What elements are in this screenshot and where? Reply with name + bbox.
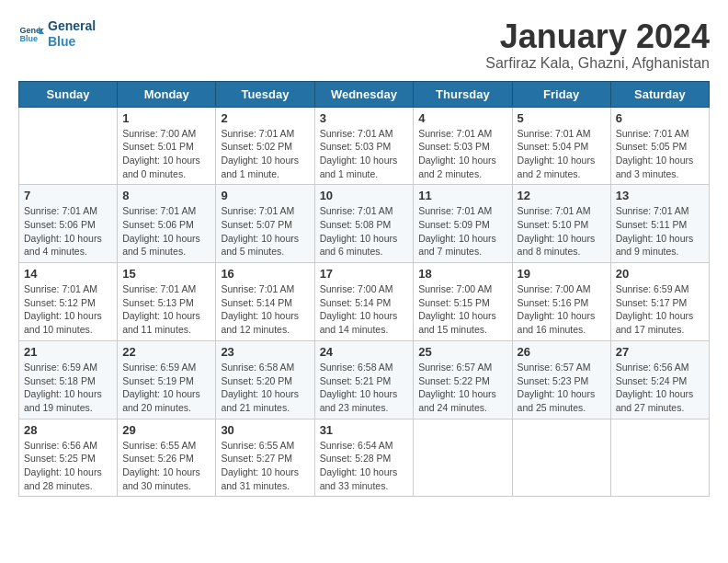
calendar-day-cell: 26Sunrise: 6:57 AM Sunset: 5:23 PM Dayli… [512,340,610,419]
day-info: Sunrise: 7:01 AM Sunset: 5:07 PM Dayligh… [221,204,309,259]
calendar-week-row: 14Sunrise: 7:01 AM Sunset: 5:12 PM Dayli… [19,263,710,341]
calendar-day-cell [610,419,709,497]
day-info: Sunrise: 7:01 AM Sunset: 5:13 PM Dayligh… [122,282,210,337]
day-number: 30 [221,423,309,437]
calendar-day-cell: 12Sunrise: 7:01 AM Sunset: 5:10 PM Dayli… [512,185,610,263]
calendar-day-cell: 16Sunrise: 7:01 AM Sunset: 5:14 PM Dayli… [216,263,314,341]
calendar-day-cell: 17Sunrise: 7:00 AM Sunset: 5:14 PM Dayli… [314,263,414,341]
day-number: 6 [616,111,704,125]
day-info: Sunrise: 7:01 AM Sunset: 5:03 PM Dayligh… [320,127,409,181]
page-header: General Blue General Blue January 2024 S… [18,18,710,72]
calendar-day-cell: 21Sunrise: 6:59 AM Sunset: 5:18 PM Dayli… [19,340,118,419]
logo-icon: General Blue [18,21,44,47]
day-info: Sunrise: 7:01 AM Sunset: 5:05 PM Dayligh… [616,127,704,181]
day-info: Sunrise: 6:55 AM Sunset: 5:27 PM Dayligh… [221,439,309,493]
day-number: 4 [418,111,506,125]
day-number: 28 [24,423,112,437]
calendar-day-cell: 13Sunrise: 7:01 AM Sunset: 5:11 PM Dayli… [610,185,709,263]
calendar-day-cell [512,419,610,497]
day-info: Sunrise: 7:01 AM Sunset: 5:06 PM Dayligh… [122,204,210,259]
day-number: 26 [518,345,606,359]
calendar-day-cell: 19Sunrise: 7:00 AM Sunset: 5:16 PM Dayli… [512,263,610,341]
day-info: Sunrise: 7:01 AM Sunset: 5:02 PM Dayligh… [221,127,309,181]
calendar-day-cell: 14Sunrise: 7:01 AM Sunset: 5:12 PM Dayli… [19,263,118,341]
day-info: Sunrise: 6:56 AM Sunset: 5:24 PM Dayligh… [616,361,704,415]
calendar-week-row: 7Sunrise: 7:01 AM Sunset: 5:06 PM Daylig… [19,185,710,263]
day-info: Sunrise: 6:57 AM Sunset: 5:22 PM Dayligh… [418,361,506,415]
calendar-subtitle: Sarfiraz Kala, Ghazni, Afghanistan [485,55,710,72]
day-number: 20 [616,267,704,281]
calendar-day-cell: 24Sunrise: 6:58 AM Sunset: 5:21 PM Dayli… [314,340,414,419]
day-info: Sunrise: 7:01 AM Sunset: 5:03 PM Dayligh… [418,127,506,181]
day-number: 24 [320,345,409,359]
day-info: Sunrise: 7:00 AM Sunset: 5:16 PM Dayligh… [518,282,606,337]
calendar-day-cell: 5Sunrise: 7:01 AM Sunset: 5:04 PM Daylig… [512,107,610,185]
calendar-body: 1Sunrise: 7:00 AM Sunset: 5:01 PM Daylig… [19,107,710,497]
day-info: Sunrise: 7:01 AM Sunset: 5:11 PM Dayligh… [616,204,704,259]
day-number: 7 [24,189,112,202]
day-number: 23 [221,345,309,359]
day-info: Sunrise: 6:59 AM Sunset: 5:18 PM Dayligh… [24,361,112,415]
calendar-day-cell: 22Sunrise: 6:59 AM Sunset: 5:19 PM Dayli… [118,340,216,419]
calendar-title: January 2024 [485,18,710,55]
logo-text: General Blue [48,18,96,50]
calendar-day-cell: 2Sunrise: 7:01 AM Sunset: 5:02 PM Daylig… [216,107,314,185]
day-number: 8 [122,189,210,202]
day-number: 25 [418,345,506,359]
weekday-header-cell: Saturday [610,81,709,107]
calendar-week-row: 1Sunrise: 7:00 AM Sunset: 5:01 PM Daylig… [19,107,710,185]
weekday-header-cell: Thursday [414,81,512,107]
day-number: 1 [122,111,210,125]
calendar-day-cell: 18Sunrise: 7:00 AM Sunset: 5:15 PM Dayli… [414,263,512,341]
calendar-day-cell: 8Sunrise: 7:01 AM Sunset: 5:06 PM Daylig… [118,185,216,263]
calendar-day-cell [414,419,512,497]
weekday-header-cell: Sunday [19,81,118,107]
calendar-day-cell: 20Sunrise: 6:59 AM Sunset: 5:17 PM Dayli… [610,263,709,341]
calendar-day-cell: 31Sunrise: 6:54 AM Sunset: 5:28 PM Dayli… [314,419,414,497]
logo: General Blue General Blue [18,18,96,50]
weekday-header-cell: Friday [512,81,610,107]
day-number: 5 [518,111,606,125]
day-number: 12 [518,189,606,202]
day-info: Sunrise: 7:01 AM Sunset: 5:14 PM Dayligh… [221,282,309,337]
calendar-day-cell: 23Sunrise: 6:58 AM Sunset: 5:20 PM Dayli… [216,340,314,419]
day-number: 31 [320,423,409,437]
weekday-header-cell: Tuesday [216,81,314,107]
calendar-day-cell: 4Sunrise: 7:01 AM Sunset: 5:03 PM Daylig… [414,107,512,185]
day-info: Sunrise: 7:01 AM Sunset: 5:06 PM Dayligh… [24,204,112,259]
day-info: Sunrise: 7:01 AM Sunset: 5:12 PM Dayligh… [24,282,112,337]
calendar-day-cell: 7Sunrise: 7:01 AM Sunset: 5:06 PM Daylig… [19,185,118,263]
calendar-day-cell [19,107,118,185]
day-info: Sunrise: 6:55 AM Sunset: 5:26 PM Dayligh… [122,439,210,493]
day-info: Sunrise: 6:56 AM Sunset: 5:25 PM Dayligh… [24,439,112,493]
calendar-day-cell: 30Sunrise: 6:55 AM Sunset: 5:27 PM Dayli… [216,419,314,497]
title-block: January 2024 Sarfiraz Kala, Ghazni, Afgh… [485,18,710,72]
calendar-day-cell: 15Sunrise: 7:01 AM Sunset: 5:13 PM Dayli… [118,263,216,341]
day-number: 27 [616,345,704,359]
calendar-day-cell: 27Sunrise: 6:56 AM Sunset: 5:24 PM Dayli… [610,340,709,419]
day-info: Sunrise: 6:58 AM Sunset: 5:20 PM Dayligh… [221,361,309,415]
day-number: 2 [221,111,309,125]
calendar-week-row: 28Sunrise: 6:56 AM Sunset: 5:25 PM Dayli… [19,419,710,497]
day-number: 16 [221,267,309,281]
calendar-day-cell: 10Sunrise: 7:01 AM Sunset: 5:08 PM Dayli… [314,185,414,263]
calendar-day-cell: 25Sunrise: 6:57 AM Sunset: 5:22 PM Dayli… [414,340,512,419]
day-number: 13 [616,189,704,202]
calendar-day-cell: 6Sunrise: 7:01 AM Sunset: 5:05 PM Daylig… [610,107,709,185]
calendar-day-cell: 9Sunrise: 7:01 AM Sunset: 5:07 PM Daylig… [216,185,314,263]
weekday-header-cell: Wednesday [314,81,414,107]
day-info: Sunrise: 7:01 AM Sunset: 5:10 PM Dayligh… [518,204,606,259]
day-number: 19 [518,267,606,281]
day-info: Sunrise: 7:00 AM Sunset: 5:15 PM Dayligh… [418,282,506,337]
day-number: 15 [122,267,210,281]
day-number: 10 [320,189,409,202]
day-number: 22 [122,345,210,359]
calendar-table: SundayMondayTuesdayWednesdayThursdayFrid… [18,81,710,498]
day-info: Sunrise: 7:01 AM Sunset: 5:09 PM Dayligh… [418,204,506,259]
day-info: Sunrise: 7:00 AM Sunset: 5:01 PM Dayligh… [122,127,210,181]
calendar-week-row: 21Sunrise: 6:59 AM Sunset: 5:18 PM Dayli… [19,340,710,419]
day-number: 17 [320,267,409,281]
day-info: Sunrise: 7:00 AM Sunset: 5:14 PM Dayligh… [320,282,409,337]
svg-text:Blue: Blue [19,34,38,43]
day-info: Sunrise: 6:58 AM Sunset: 5:21 PM Dayligh… [320,361,409,415]
